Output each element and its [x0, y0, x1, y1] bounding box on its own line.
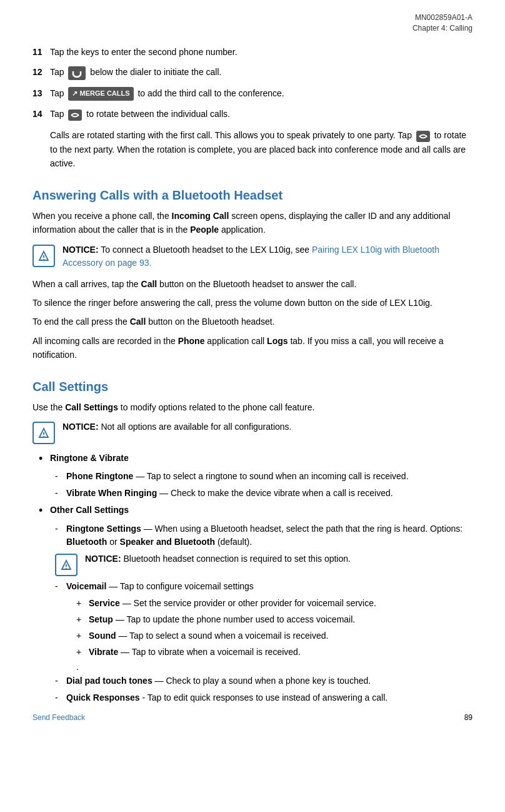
notice-1-text: NOTICE: To connect a Bluetooth headset t…: [62, 243, 472, 270]
step-12-after: below the dialer to initiate the call.: [90, 67, 221, 77]
dash-ringtone-settings: - Ringtone Settings — When using a Bluet…: [32, 522, 472, 549]
step-12: 12 Tap below the dialer to initiate the …: [32, 65, 472, 80]
notice-icon-3: [55, 554, 78, 576]
step-13-before: Tap: [50, 88, 64, 98]
notice-1: NOTICE: To connect a Bluetooth headset t…: [32, 243, 472, 270]
rotate-icon: [68, 108, 82, 121]
step-14-after: to rotate between the individual calls.: [86, 109, 230, 119]
rotation-text: Calls are rotated starting with the firs…: [50, 130, 412, 140]
bullet-other-call: • Other Call Settings: [32, 504, 472, 518]
step-12-before: Tap: [50, 67, 64, 77]
bullet-other-call-label: Other Call Settings: [50, 504, 129, 517]
section1-para1: When you receive a phone call, the Incom…: [32, 209, 472, 237]
step-13-content: Tap ↗ MERGE CALLS to add the third call …: [50, 86, 472, 101]
notice-2-text: NOTICE: Not all options are available fo…: [62, 420, 292, 434]
svg-rect-0: [68, 66, 86, 80]
page-header: MN002859A01-A Chapter 4: Calling: [32, 13, 472, 34]
section2-heading: Call Settings: [32, 380, 472, 394]
dot-separator: .: [32, 662, 472, 672]
rotate-icon-inline: [416, 129, 430, 143]
step-13-after: to add the third call to the conference.: [138, 88, 284, 98]
dash-voicemail: - Voicemail — Tap to configure voicemail…: [32, 580, 472, 593]
svg-point-10: [66, 567, 67, 569]
phone-down-icon: [68, 66, 86, 80]
section1-heading: Answering Calls with a Bluetooth Headset: [32, 188, 472, 203]
dash-quick-responses: - Quick Responses - Tap to edit quick re…: [32, 691, 472, 704]
page-number: 89: [464, 713, 472, 722]
step-11-text: Tap the keys to enter the second phone n…: [50, 45, 472, 59]
step-11: 11 Tap the keys to enter the second phon…: [32, 45, 472, 59]
notice-icon-2: [32, 422, 55, 444]
page-footer: Send Feedback 89: [32, 713, 472, 722]
notice-icon-1: [32, 245, 55, 267]
step-14-before: Tap: [50, 109, 64, 119]
svg-rect-3: [68, 109, 82, 121]
step-12-content: Tap below the dialer to initiate the cal…: [50, 65, 472, 80]
svg-rect-4: [416, 131, 430, 142]
bullet-dot-1: •: [39, 452, 50, 466]
plus-sound: + Sound — Tap to select a sound when a v…: [32, 629, 472, 642]
step-13-num: 13: [32, 86, 50, 100]
step-14-content: Tap to rotate between the individual cal…: [50, 107, 472, 121]
section2-para1: Use the Call Settings to modify options …: [32, 400, 472, 414]
step-11-num: 11: [32, 45, 50, 59]
rotation-paragraph: Calls are rotated starting with the firs…: [32, 128, 472, 171]
page: MN002859A01-A Chapter 4: Calling 11 Tap …: [0, 0, 505, 733]
plus-service: + Service — Set the service provider or …: [32, 597, 472, 610]
plus-vibrate: + Vibrate — Tap to vibrate when a voicem…: [32, 646, 472, 659]
svg-point-8: [43, 436, 44, 437]
step-13: 13 Tap ↗ MERGE CALLS to add the third ca…: [32, 86, 472, 101]
section1-para3: To silence the ringer before answering t…: [32, 296, 472, 310]
notice-3-text: NOTICE: Bluetooth headset connection is …: [85, 552, 351, 566]
step-14: 14 Tap to rotate between the individual …: [32, 107, 472, 121]
section1-para4: To end the call press the Call button on…: [32, 315, 472, 328]
notice-ringtone-settings: NOTICE: Bluetooth headset connection is …: [55, 552, 472, 576]
header-line1: MN002859A01-A: [32, 13, 472, 23]
bullet-ringtone: • Ringtone & Vibrate: [32, 452, 472, 466]
send-feedback-link[interactable]: Send Feedback: [32, 713, 85, 722]
plus-setup: + Setup — Tap to update the phone number…: [32, 613, 472, 626]
svg-point-6: [43, 258, 44, 260]
step-14-num: 14: [32, 107, 50, 121]
dash-dial-tones: - Dial pad touch tones — Check to play a…: [32, 674, 472, 688]
step-12-num: 12: [32, 65, 50, 79]
bullet-ringtone-label: Ringtone & Vibrate: [50, 452, 129, 465]
bullet-dot-2: •: [39, 504, 50, 518]
section1-para2: When a call arrives, tap the Call button…: [32, 277, 472, 291]
notice-2: NOTICE: Not all options are available fo…: [32, 420, 472, 444]
section1-para5: All incoming calls are recorded in the P…: [32, 334, 472, 362]
dash-phone-ringtone: - Phone Ringtone — Tap to select a ringt…: [32, 470, 472, 483]
dash-vibrate-ringing: - Vibrate When Ringing — Check to make t…: [32, 487, 472, 500]
header-line2: Chapter 4: Calling: [32, 23, 472, 34]
merge-calls-icon: ↗ MERGE CALLS: [68, 87, 133, 101]
